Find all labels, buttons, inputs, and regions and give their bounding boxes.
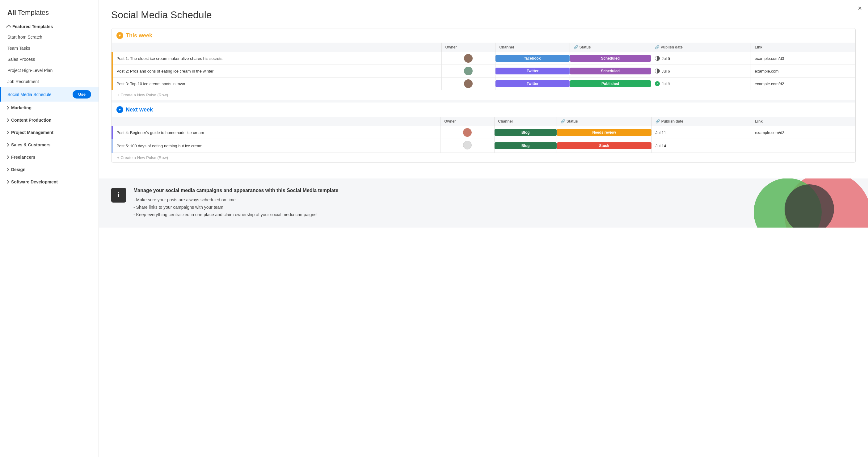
title-normal: Templates: [16, 9, 49, 17]
section-label: Freelancers: [11, 155, 35, 160]
this-week-table: Owner Channel 🔗Status 🔗Publish date Link: [112, 43, 855, 100]
channel-cell: Blog: [494, 139, 557, 153]
create-label[interactable]: + Create a New Pulse (Row): [112, 90, 855, 100]
th-status: 🔗Status: [569, 43, 651, 52]
sidebar-item-label: Project High-Level Plan: [7, 68, 53, 73]
main-content: Social Media Schedule ▼ This week Owner: [99, 0, 868, 178]
group-divider: [112, 100, 855, 102]
avatar-placeholder: [463, 141, 472, 150]
row-name: Post 3: Top 10 ice cream spots in town: [113, 78, 441, 89]
link-value: example.com/d3: [751, 127, 855, 138]
board-preview: ▼ This week Owner Channel 🔗Status: [111, 28, 856, 163]
chevron-right-icon: [6, 168, 9, 171]
chevron-right-icon: [6, 143, 9, 146]
date-cell: Jul 6: [651, 65, 751, 77]
channel-cell: Blog: [494, 126, 557, 139]
table-row: Post 4: Beginner's guide to homemade ice…: [112, 126, 855, 139]
channel-cell: Twitter: [495, 65, 569, 77]
th-name: [112, 43, 441, 52]
status-cell: Scheduled: [569, 65, 651, 77]
create-row-next-week[interactable]: + Create a New Pulse (Row): [112, 153, 855, 163]
row-name-cell: Post 2: Pros and cons of eating ice crea…: [112, 65, 441, 77]
create-label[interactable]: + Create a New Pulse (Row): [112, 153, 855, 163]
channel-badge: Blog: [495, 142, 557, 149]
group-header-this-week[interactable]: ▼ This week: [112, 28, 855, 43]
title-bold: All: [7, 9, 16, 17]
sidebar-item-social-media[interactable]: Social Media Schedule Use: [0, 87, 98, 102]
th-publish-date: 🔗Publish date: [651, 43, 751, 52]
owner-cell: [440, 126, 494, 139]
table-row: Post 2: Pros and cons of eating ice crea…: [112, 65, 855, 77]
sidebar-item-design[interactable]: Design: [0, 163, 98, 176]
featured-items-list: Start from Scratch Team Tasks Sales Proc…: [0, 32, 98, 102]
status-cell: Scheduled: [569, 52, 651, 65]
link-icon: 🔗: [561, 119, 565, 124]
chevron-right-icon: [6, 180, 9, 184]
sidebar-item-software-development[interactable]: Software Development: [0, 176, 98, 188]
row-name: Post 5: 100 days of eating nothing but i…: [113, 140, 440, 151]
sidebar-item-marketing[interactable]: Marketing: [0, 102, 98, 114]
row-name-cell: Post 4: Beginner's guide to homemade ice…: [112, 126, 440, 139]
sidebar-item-content-production[interactable]: Content Production: [0, 114, 98, 126]
board-scroll-next-week: Owner Channel 🔗Status 🔗Publish date Link: [112, 117, 855, 163]
status-badge: Scheduled: [570, 55, 651, 62]
status-badge: Scheduled: [570, 68, 651, 74]
owner-cell: [441, 52, 495, 65]
sidebar: All Templates Featured Templates Start f…: [0, 0, 99, 457]
channel-badge: Twitter: [495, 68, 569, 74]
date-value: Jul 11: [655, 130, 666, 135]
section-label: Project Management: [11, 130, 54, 135]
link-cell: [751, 139, 855, 153]
th-owner: Owner: [440, 117, 494, 126]
sidebar-item-sales-customers[interactable]: Sales & Customers: [0, 139, 98, 151]
desc-bullets: - Make sure your posts are always schedu…: [133, 196, 338, 218]
sidebar-item-label: Start from Scratch: [7, 35, 42, 39]
chevron-right-icon: [6, 131, 9, 134]
sidebar-item-label: Team Tasks: [7, 46, 30, 51]
sidebar-title: All Templates: [0, 6, 98, 22]
owner-cell: [440, 139, 494, 153]
link-value: [751, 143, 855, 149]
table-row: Post 3: Top 10 ice cream spots in town T…: [112, 77, 855, 90]
link-cell: example.com/d3: [751, 126, 855, 139]
avatar: [464, 79, 473, 88]
sidebar-item-sales-process[interactable]: Sales Process: [0, 54, 98, 65]
group-name-this-week: This week: [126, 32, 152, 39]
table-row: Post 5: 100 days of eating nothing but i…: [112, 139, 855, 153]
featured-templates-header[interactable]: Featured Templates: [0, 22, 98, 32]
th-channel: Channel: [494, 117, 557, 126]
date-cell: Jul 5: [651, 52, 751, 65]
section-label: Marketing: [11, 105, 32, 110]
create-row-this-week[interactable]: + Create a New Pulse (Row): [112, 90, 855, 100]
chevron-right-icon: [6, 155, 9, 159]
close-button[interactable]: ×: [858, 5, 862, 12]
th-name: [112, 117, 440, 126]
group-header-next-week[interactable]: ▼ Next week: [112, 102, 855, 117]
desc-title: Manage your social media campaigns and a…: [133, 188, 338, 193]
channel-cell: facebook: [495, 52, 569, 65]
date-cell: ✓ Jul 8: [651, 77, 751, 90]
group-name-next-week: Next week: [126, 106, 153, 113]
featured-label: Featured Templates: [12, 24, 53, 29]
half-circle-icon: [655, 69, 660, 73]
board-scroll-this-week: Owner Channel 🔗Status 🔗Publish date Link: [112, 43, 855, 100]
status-badge: Stuck: [557, 142, 651, 149]
group-this-week: ▼ This week Owner Channel 🔗Status: [112, 28, 855, 100]
description-text: Manage your social media campaigns and a…: [133, 188, 338, 218]
sidebar-item-project-management[interactable]: Project Management: [0, 126, 98, 139]
sidebar-item-team-tasks[interactable]: Team Tasks: [0, 43, 98, 54]
check-circle-icon: ✓: [655, 81, 660, 86]
main-content-area: × Social Media Schedule ▼ This week Owne…: [99, 0, 868, 457]
date-cell: Jul 11: [651, 126, 751, 139]
use-button[interactable]: Use: [72, 90, 91, 98]
sidebar-item-freelancers[interactable]: Freelancers: [0, 151, 98, 163]
link-cell: example.com/d2: [751, 77, 855, 90]
row-name: Post 1: The oldest ice cream maker alive…: [113, 53, 441, 64]
date-cell: Jul 14: [651, 139, 751, 153]
group-collapse-icon: ▼: [117, 106, 123, 113]
sidebar-item-start-scratch[interactable]: Start from Scratch: [0, 32, 98, 43]
sidebar-item-project-high-level[interactable]: Project High-Level Plan: [0, 65, 98, 76]
date-value: Jul 8: [662, 81, 670, 86]
date-value: Jul 5: [662, 56, 670, 61]
sidebar-item-job-recruitment[interactable]: Job Recruitment: [0, 76, 98, 87]
